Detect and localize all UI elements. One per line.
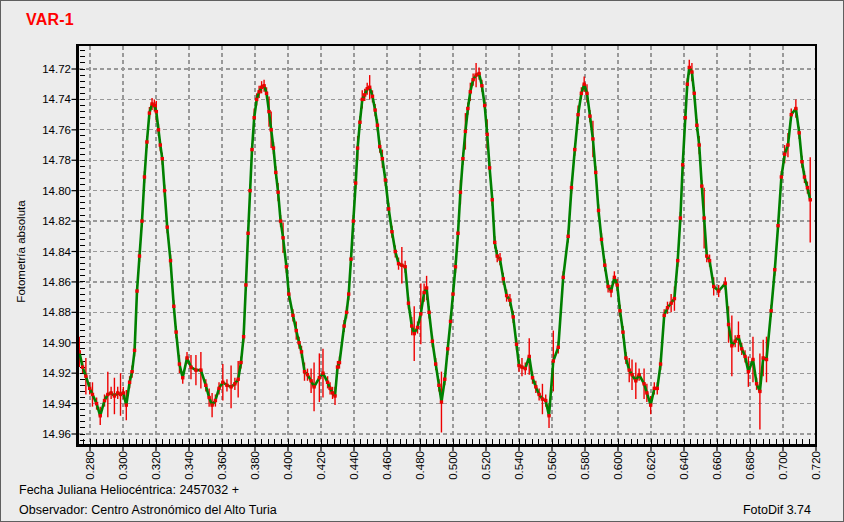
fotodif-window: VAR-1 Fotometría absoluta 14.7214.7414.7… — [0, 0, 844, 522]
x-tick-label: 0.400 — [281, 451, 295, 485]
y-tick-label: 14.88 — [27, 305, 71, 319]
y-tick-label: 14.90 — [27, 336, 71, 350]
x-tick-label: 0.580 — [578, 451, 592, 485]
y-tick-label: 14.94 — [27, 397, 71, 411]
x-tick-label: 0.680 — [743, 451, 757, 485]
x-tick-label: 0.500 — [446, 451, 460, 485]
plot-area — [76, 44, 817, 447]
y-tick-label: 14.92 — [27, 366, 71, 380]
x-tick-label: 0.320 — [149, 451, 163, 485]
y-tick-label: 14.86 — [27, 275, 71, 289]
y-tick-label: 14.72 — [27, 62, 71, 76]
footer-app-version: FotoDif 3.74 — [743, 503, 811, 517]
x-tick-label: 0.520 — [479, 451, 493, 485]
page-title: VAR-1 — [26, 11, 74, 29]
y-tick-label: 14.84 — [27, 245, 71, 259]
x-tick-label: 0.340 — [182, 451, 196, 485]
x-tick-label: 0.420 — [314, 451, 328, 485]
x-tick-label: 0.280 — [83, 451, 97, 485]
x-tick-label: 0.380 — [248, 451, 262, 485]
x-tick-label: 0.480 — [413, 451, 427, 485]
footer-julian-date: Fecha Juliana Heliocéntrica: 2457032 + — [19, 483, 239, 497]
x-tick-label: 0.440 — [347, 451, 361, 485]
x-tick-label: 0.460 — [380, 451, 394, 485]
y-tick-label: 14.82 — [27, 214, 71, 228]
x-tick-label: 0.300 — [116, 451, 130, 485]
y-tick-label: 14.80 — [27, 184, 71, 198]
x-tick-label: 0.600 — [611, 451, 625, 485]
x-tick-label: 0.560 — [545, 451, 559, 485]
x-tick-label: 0.720 — [809, 451, 823, 485]
y-tick-label: 14.78 — [27, 153, 71, 167]
y-tick-label: 14.76 — [27, 123, 71, 137]
x-tick-label: 0.700 — [776, 451, 790, 485]
x-tick-label: 0.660 — [710, 451, 724, 485]
footer-observer: Observador: Centro Astronómico del Alto … — [19, 503, 277, 517]
x-tick-label: 0.540 — [512, 451, 526, 485]
x-tick-label: 0.620 — [644, 451, 658, 485]
y-tick-label: 14.96 — [27, 427, 71, 441]
x-tick-label: 0.360 — [215, 451, 229, 485]
chart-canvas — [76, 44, 817, 447]
y-tick-label: 14.74 — [27, 92, 71, 106]
x-tick-label: 0.640 — [677, 451, 691, 485]
